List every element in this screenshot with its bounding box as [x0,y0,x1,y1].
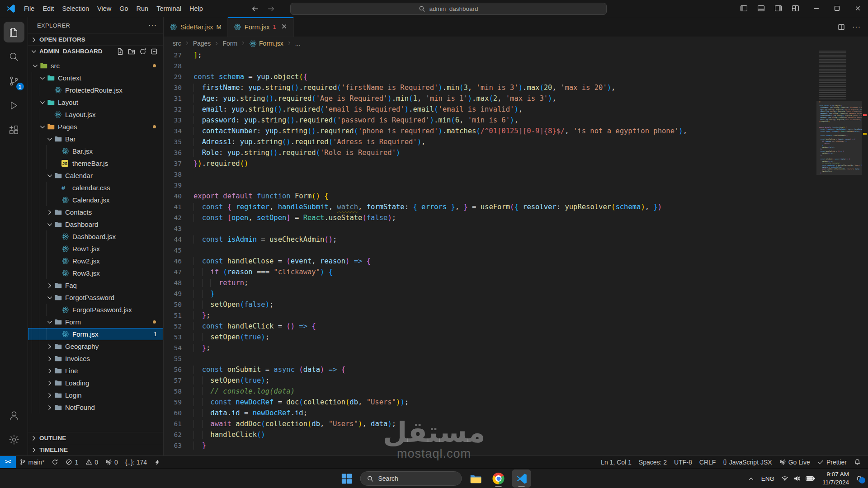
customize-layout-icon[interactable] [788,2,802,15]
tray-expand-icon[interactable] [748,475,755,482]
tree-item-Row2.jsx[interactable]: Row2.jsx [28,255,163,267]
tree-item-Row1.jsx[interactable]: Row1.jsx [28,243,163,255]
status-notifications[interactable] [850,456,864,468]
tree-item-Layout[interactable]: Layout [28,96,163,108]
toggle-secondary-sidebar-icon[interactable] [771,2,785,15]
open-editors-section[interactable]: OPEN EDITORS [28,33,163,45]
tree-item-Bar[interactable]: Bar [28,133,163,145]
status-indentation[interactable]: Spaces: 2 [635,456,670,468]
menu-file[interactable]: File [20,2,38,15]
ellipsis-icon[interactable]: ··· [852,23,861,31]
more-actions-icon[interactable]: ··· [148,21,157,29]
new-folder-icon[interactable] [128,48,135,55]
back-icon[interactable] [251,5,259,13]
menu-help[interactable]: Help [185,2,207,15]
refresh-icon[interactable] [139,48,146,55]
notification-center[interactable] [856,475,863,482]
tree-item-Row3.jsx[interactable]: Row3.jsx [28,267,163,279]
tree-item-NotFound[interactable]: NotFound [28,401,163,413]
breadcrumb-Form[interactable]: Form [222,40,237,47]
tree-item-Calendar[interactable]: Calendar [28,169,163,182]
breadcrumb-Pages[interactable]: Pages [193,40,211,47]
tree-item-Loading[interactable]: Loading [28,377,163,389]
taskbar-file-explorer[interactable] [466,469,485,488]
taskbar-vscode[interactable] [512,469,531,488]
sidebar-section-timeline[interactable]: TIMELINE [28,444,163,455]
menu-edit[interactable]: Edit [38,2,58,15]
tree-item-ForgotPassword.jsx[interactable]: ForgotPassword.jsx [28,304,163,316]
split-editor-icon[interactable] [838,23,845,31]
tree-item-Pages[interactable]: Pages [28,121,163,133]
activitybar-settings[interactable] [4,429,24,450]
toggle-panel-icon[interactable] [754,2,768,15]
status-eol[interactable]: CRLF [696,456,720,468]
command-center-search[interactable]: admin_dashboard [290,3,607,15]
code-editor[interactable]: 27];2829const schema = yup.object({30 fi… [164,50,868,455]
breadcrumb-Form.jsx[interactable]: Form.jsx [249,40,283,47]
tree-item-Layout.jsx[interactable]: Layout.jsx [28,108,163,121]
status-remote[interactable]: >< [0,456,16,468]
breadcrumb-...[interactable]: ... [295,40,301,47]
minimap[interactable]: ];const schema = yup.object({ firstName:… [816,50,862,455]
tree-item-Login[interactable]: Login [28,389,163,401]
menu-run[interactable]: Run [132,2,153,15]
tree-item-Dashboard[interactable]: Dashboard [28,218,163,230]
menu-view[interactable]: View [93,2,115,15]
tree-item-Faq[interactable]: Faq [28,279,163,291]
tray-status-icons[interactable] [781,475,816,482]
taskbar-search[interactable]: Search [360,471,462,486]
tab-SideBar.jsx[interactable]: SideBar.jsxM [164,17,228,37]
tree-item-Context[interactable]: Context [28,72,163,84]
collapse-all-icon[interactable] [151,48,158,55]
close-icon[interactable] [281,23,288,31]
tree-item-ProtectedRoute.jsx[interactable]: ProtectedRoute.jsx [28,84,163,96]
tree-item-Form[interactable]: Form [28,316,163,328]
menu-terminal[interactable]: Terminal [152,2,185,15]
toggle-sidebar-icon[interactable] [737,2,750,15]
status-language-mode[interactable]: {}JavaScript JSX [719,456,775,468]
start-button[interactable] [337,469,356,488]
status-fold-count[interactable]: {..}: 174 [122,456,151,468]
close-icon[interactable] [847,0,868,17]
status-cursor-position[interactable]: Ln 1, Col 1 [597,456,635,468]
tree-item-Geography[interactable]: Geography [28,340,163,352]
status-sync[interactable] [48,456,62,468]
activitybar-source-control[interactable]: 1 [4,70,24,91]
activitybar-search[interactable] [4,46,24,67]
tree-item-src[interactable]: src [28,60,163,72]
breadcrumb-src[interactable]: src [173,40,181,47]
sidebar-section-outline[interactable]: OUTLINE [28,432,163,444]
taskbar-chrome[interactable] [489,469,508,488]
tree-item-Contacts[interactable]: Contacts [28,206,163,218]
tree-item-Calendar.jsx[interactable]: Calendar.jsx [28,194,163,206]
minimap-slider[interactable] [816,101,862,175]
status-warnings[interactable]: 0 [82,456,102,468]
tree-item-Dashboard.jsx[interactable]: Dashboard.jsx [28,230,163,243]
clock[interactable]: 9:07 AM 11/7/2024 [822,470,849,486]
status-errors[interactable]: 1 [62,456,82,468]
tree-item-Line[interactable]: Line [28,365,163,377]
tree-item-themeBar.js[interactable]: JSthemeBar.js [28,157,163,169]
status-encoding[interactable]: UTF-8 [670,456,696,468]
tree-item-Form.jsx[interactable]: Form.jsx1 [28,328,163,340]
menu-go[interactable]: Go [115,2,132,15]
project-root-row[interactable]: ADMIN_DASHBOARD [28,45,163,57]
minimize-icon[interactable] [806,0,826,17]
status-prettier[interactable]: Prettier [814,456,850,468]
status-git-branch[interactable]: main* [16,456,48,468]
status-go-live[interactable]: Go Live [776,456,814,468]
activitybar-explorer[interactable] [4,22,24,42]
status-ports[interactable]: 0 [102,456,122,468]
tree-item-ForgotPassword[interactable]: ForgotPassword [28,291,163,304]
menu-selection[interactable]: Selection [58,2,93,15]
new-file-icon[interactable] [117,48,124,55]
tree-item-calendar.css[interactable]: #calendar.css [28,182,163,194]
tree-item-Invoices[interactable]: Invoices [28,352,163,365]
activitybar-extensions[interactable] [4,119,24,140]
tab-Form.jsx[interactable]: Form.jsx1 [228,17,294,37]
forward-icon[interactable] [267,5,275,13]
maximize-icon[interactable] [826,0,847,17]
activitybar-accounts[interactable] [4,405,24,426]
language-indicator[interactable]: ENG [761,475,774,482]
status-thunder-client[interactable] [151,456,164,468]
